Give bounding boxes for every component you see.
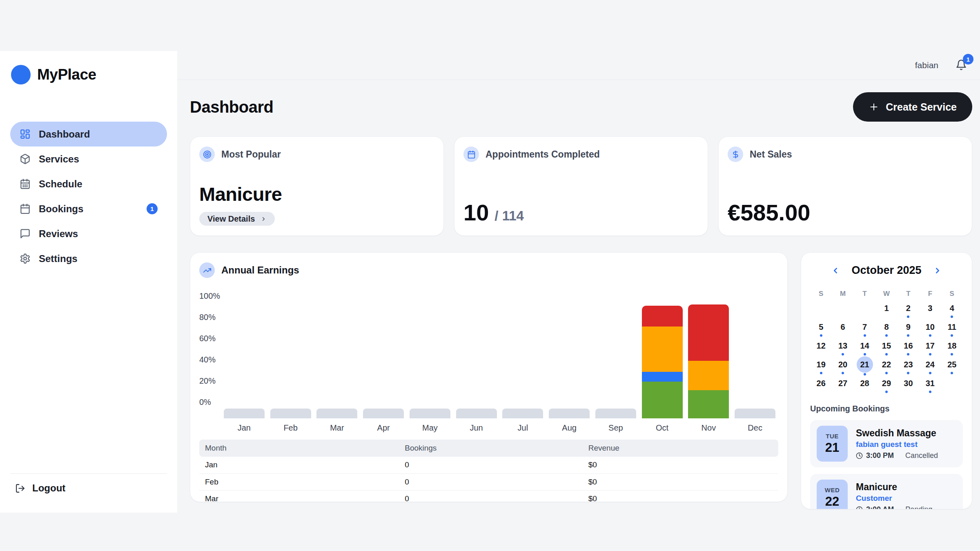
logout-label: Logout — [32, 482, 65, 494]
clock-icon — [856, 452, 863, 459]
calendar-day-18[interactable]: 18 — [941, 338, 963, 357]
calendar-icon — [463, 147, 479, 162]
calendar-day-10[interactable]: 10 — [919, 319, 941, 338]
calendar-prev-button[interactable] — [831, 266, 840, 275]
calendar-day-19[interactable]: 19 — [810, 357, 832, 375]
sidebar-nav: DashboardServicesScheduleBookings1Review… — [10, 122, 167, 271]
table-header-bookings: Bookings — [399, 440, 583, 457]
calendar-day-30[interactable]: 30 — [898, 375, 919, 394]
calendar-day-21[interactable]: 21 — [854, 357, 875, 375]
booking-dot — [820, 334, 822, 337]
day-number: 29 — [878, 376, 895, 390]
bar-segment-red — [688, 304, 729, 361]
sidebar-item-services[interactable]: Services — [10, 147, 167, 171]
day-number: 27 — [835, 376, 851, 390]
notifications-button[interactable]: 1 — [956, 59, 968, 71]
table-cell: $0 — [583, 457, 778, 473]
view-details-button[interactable]: View Details — [199, 212, 275, 226]
calendar-day-1[interactable]: 1 — [875, 300, 897, 319]
calendar-day-7[interactable]: 7 — [854, 319, 875, 338]
bar-segment-blue — [642, 372, 683, 382]
day-number: 21 — [857, 356, 873, 373]
calendar-day-6[interactable]: 6 — [832, 319, 853, 338]
table-cell: Feb — [199, 473, 399, 490]
stat-label: Appointments Completed — [486, 149, 600, 160]
bar-slot-apr — [360, 296, 407, 418]
x-axis-label: Jan — [221, 423, 267, 433]
calendar-day-12[interactable]: 12 — [810, 338, 832, 357]
stacked-bar-nov — [688, 304, 729, 418]
calendar-day-16[interactable]: 16 — [898, 338, 919, 357]
bar-slot-oct — [639, 296, 686, 418]
booking-service: Manicure — [856, 482, 932, 493]
calendar-day-empty — [854, 300, 875, 319]
day-number: 15 — [878, 339, 895, 353]
create-service-button[interactable]: Create Service — [853, 92, 972, 122]
day-number: 2 — [900, 301, 916, 315]
calendar-day-25[interactable]: 25 — [941, 357, 963, 375]
table-header-month: Month — [199, 440, 399, 457]
x-axis-label: Nov — [686, 423, 732, 433]
sidebar-item-reviews[interactable]: Reviews — [10, 221, 167, 246]
calendar-card: October 2025 SMTWTFS 1234567891011121314… — [801, 252, 972, 509]
calendar-day-8[interactable]: 8 — [875, 319, 897, 338]
calendar-day-11[interactable]: 11 — [941, 319, 963, 338]
calendar-next-button[interactable] — [933, 266, 942, 275]
logout-button[interactable]: Logout — [10, 482, 167, 494]
stats-row: Most Popular Manicure View Details Appoi… — [190, 136, 972, 236]
calendar-header: October 2025 — [810, 264, 963, 277]
x-axis-label: Apr — [360, 423, 407, 433]
sidebar-item-bookings[interactable]: Bookings1 — [10, 196, 167, 221]
stat-card-appointments: Appointments Completed 10 / 114 — [454, 136, 708, 236]
booking-customer-link[interactable]: Customer — [856, 494, 932, 503]
calendar-day-5[interactable]: 5 — [810, 319, 832, 338]
calendar-day-9[interactable]: 9 — [898, 319, 919, 338]
sidebar: MyPlace DashboardServicesScheduleBooking… — [0, 51, 177, 513]
calendar-day-3[interactable]: 3 — [919, 300, 941, 319]
bar-slot-dec — [732, 296, 778, 418]
stat-card-most-popular: Most Popular Manicure View Details — [190, 136, 444, 236]
y-axis-tick: 40% — [199, 355, 216, 364]
sidebar-item-settings[interactable]: Settings — [10, 246, 167, 271]
calendar-day-27[interactable]: 27 — [832, 375, 853, 394]
calendar-day-22[interactable]: 22 — [875, 357, 897, 375]
booking-dot — [842, 353, 844, 355]
app-name: MyPlace — [37, 66, 96, 83]
booking-item[interactable]: TUE21Swedish Massagefabian guest test3:0… — [810, 420, 963, 467]
gear-icon — [20, 253, 31, 264]
bar-slot-sep — [592, 296, 639, 418]
x-axis-label: Sep — [592, 423, 639, 433]
calendar-day-24[interactable]: 24 — [919, 357, 941, 375]
calendar-day-29[interactable]: 29 — [875, 375, 897, 394]
day-number: 30 — [900, 376, 916, 390]
calendar-day-4[interactable]: 4 — [941, 300, 963, 319]
calendar-day-28[interactable]: 28 — [854, 375, 875, 394]
stacked-bar-oct — [642, 306, 683, 418]
booking-day: 22 — [825, 494, 839, 509]
booking-status: Cancelled — [905, 451, 938, 460]
table-cell: 0 — [399, 457, 583, 473]
calendar-day-17[interactable]: 17 — [919, 338, 941, 357]
booking-dot — [885, 334, 888, 337]
calendar-day-2[interactable]: 2 — [898, 300, 919, 319]
upcoming-bookings-list: TUE21Swedish Massagefabian guest test3:0… — [810, 420, 963, 509]
sidebar-item-dashboard[interactable]: Dashboard — [10, 122, 167, 147]
booking-item[interactable]: WED22ManicureCustomer2:00 AMPending — [810, 474, 963, 509]
calendar-day-15[interactable]: 15 — [875, 338, 897, 357]
day-number: 28 — [857, 376, 873, 390]
calendar-day-31[interactable]: 31 — [919, 375, 941, 394]
booking-customer-link[interactable]: fabian guest test — [856, 440, 938, 449]
booking-dot — [929, 334, 931, 337]
empty-bar — [735, 409, 775, 418]
sidebar-item-schedule[interactable]: Schedule — [10, 171, 167, 196]
booking-dot — [929, 372, 931, 374]
calendar-day-26[interactable]: 26 — [810, 375, 832, 394]
day-number: 5 — [813, 320, 829, 334]
day-number: 19 — [813, 358, 829, 371]
table-cell: $0 — [583, 473, 778, 490]
calendar-day-20[interactable]: 20 — [832, 357, 853, 375]
y-axis-tick: 80% — [199, 313, 216, 322]
calendar-day-14[interactable]: 14 — [854, 338, 875, 357]
calendar-day-13[interactable]: 13 — [832, 338, 853, 357]
calendar-day-23[interactable]: 23 — [898, 357, 919, 375]
